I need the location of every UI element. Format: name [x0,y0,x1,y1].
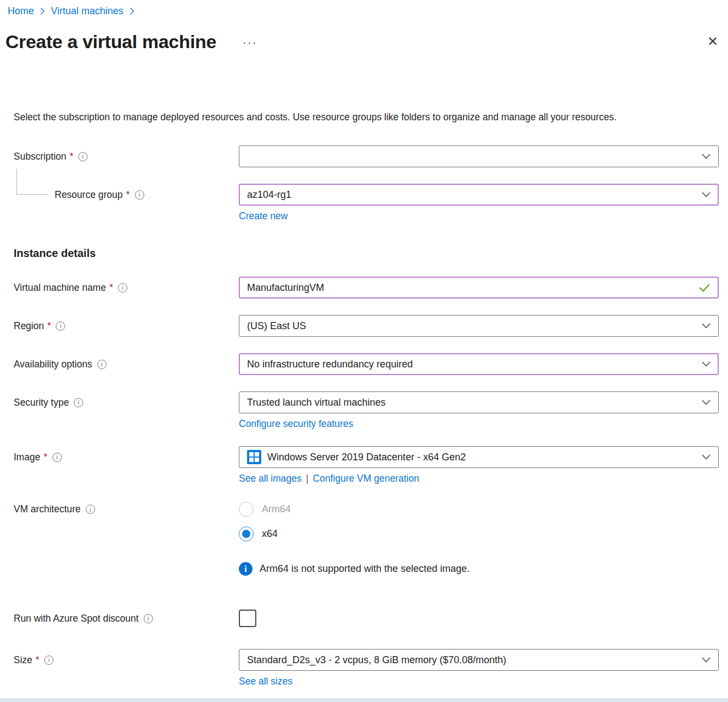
configure-vm-generation-link[interactable]: Configure VM generation [313,473,419,484]
close-icon[interactable]: ✕ [707,35,718,48]
region-select[interactable]: (US) East US [239,315,719,337]
availability-options-select[interactable]: No infrastructure redundancy required [239,353,719,375]
size-value: Standard_D2s_v3 - 2 vcpus, 8 GiB memory … [247,654,695,666]
subscription-select[interactable] [239,145,719,167]
link-separator: | [306,473,309,484]
info-icon[interactable]: i [86,505,95,514]
info-icon[interactable]: i [74,398,83,407]
chevron-down-icon [702,400,711,405]
windows-logo-icon [247,450,261,464]
resource-group-label: Resource group [55,189,123,201]
image-label: Image [14,452,40,463]
size-row: Size * i Standard_D2s_v3 - 2 vcpus, 8 Gi… [0,649,728,687]
resource-group-value: az104-rg1 [247,189,695,201]
chevron-down-icon [702,323,711,329]
chevron-down-icon [702,454,711,460]
required-marker: * [36,654,39,666]
image-links: See all images|Configure VM generation [239,473,419,484]
create-new-link[interactable]: Create new [239,210,288,222]
info-filled-icon: i [239,562,253,576]
info-icon[interactable]: i [56,321,65,331]
region-row: Region * i (US) East US [0,315,728,337]
vm-architecture-label: VM architecture [14,504,81,515]
chevron-right-icon [130,7,134,15]
see-all-images-link[interactable]: See all images [239,473,302,484]
info-icon[interactable]: i [78,152,87,161]
azure-spot-checkbox[interactable] [239,610,256,627]
vm-name-label: Virtual machine name [14,282,106,294]
radio-selected-icon [239,526,254,541]
required-marker: * [47,320,51,332]
intro-text: Select the subscription to manage deploy… [14,109,703,126]
required-marker: * [69,151,73,162]
instance-details-heading: Instance details [14,247,728,262]
info-icon[interactable]: i [44,656,54,665]
chevron-down-icon [702,154,711,159]
resource-group-select[interactable]: az104-rg1 [239,184,719,206]
vm-name-value: ManufacturingVM [247,282,692,294]
region-label: Region [14,320,44,332]
vm-architecture-row: VM architecture i Arm64 x64 i Arm64 is n… [0,502,728,576]
vm-name-row: Virtual machine name * i ManufacturingVM [0,277,728,299]
breadcrumb: Home Virtual machines [0,0,728,17]
x64-radio-label: x64 [262,528,278,540]
page-header: Create a virtual machine ··· ✕ [5,29,718,54]
required-marker: * [126,189,130,201]
availability-options-row: Availability options i No infrastructure… [0,353,728,375]
availability-options-label: Availability options [14,359,92,370]
chevron-right-icon [40,7,45,15]
architecture-info-message: i Arm64 is not supported with the select… [239,562,719,576]
availability-options-value: No infrastructure redundancy required [247,359,695,370]
create-vm-page: Home Virtual machines Create a virtual m… [0,0,728,702]
breadcrumb-link-home[interactable]: Home [8,5,34,17]
info-icon[interactable]: i [97,360,107,369]
chevron-down-icon [702,192,711,197]
architecture-info-text: Arm64 is not supported with the selected… [260,563,469,575]
required-marker: * [44,452,48,463]
azure-spot-label: Run with Azure Spot discount [14,613,139,624]
region-value: (US) East US [247,320,695,332]
security-type-value: Trusted launch virtual machines [247,397,695,408]
radio-unselected-icon [239,502,254,517]
image-value: Windows Server 2019 Datacenter - x64 Gen… [267,452,695,463]
image-select[interactable]: Windows Server 2019 Datacenter - x64 Gen… [239,446,719,468]
info-icon[interactable]: i [118,283,127,292]
footer-edge [0,698,728,702]
configure-security-features-link[interactable]: Configure security features [239,418,353,430]
x64-radio-option[interactable]: x64 [239,526,719,541]
arm64-radio-option[interactable]: Arm64 [239,502,719,517]
size-label: Size [14,654,32,666]
tree-connector [16,169,48,195]
security-type-row: Security type i Trusted launch virtual m… [0,391,728,430]
image-row: Image * i Windows Server 2019 Datacenter… [0,446,728,484]
basics-form: Subscription * i Resource group * i [0,145,728,687]
chevron-down-icon [702,657,711,663]
more-options-icon[interactable]: ··· [243,36,257,48]
subscription-label: Subscription [14,151,66,162]
azure-spot-row: Run with Azure Spot discount i [0,610,728,627]
size-select[interactable]: Standard_D2s_v3 - 2 vcpus, 8 GiB memory … [239,649,719,671]
page-title: Create a virtual machine [5,31,216,52]
arm64-radio-label: Arm64 [262,504,291,515]
info-icon[interactable]: i [135,190,144,200]
valid-check-icon [698,283,711,292]
security-type-label: Security type [14,397,69,408]
vm-name-input[interactable]: ManufacturingVM [239,277,719,299]
resource-group-row: Resource group * i az104-rg1 Create new [0,184,728,222]
chevron-down-icon [702,361,711,367]
subscription-row: Subscription * i [0,145,728,167]
info-icon[interactable]: i [144,614,153,623]
breadcrumb-link-virtual-machines[interactable]: Virtual machines [51,5,124,17]
see-all-sizes-link[interactable]: See all sizes [239,676,292,687]
required-marker: * [109,282,113,294]
security-type-select[interactable]: Trusted launch virtual machines [239,391,719,413]
info-icon[interactable]: i [52,453,62,462]
